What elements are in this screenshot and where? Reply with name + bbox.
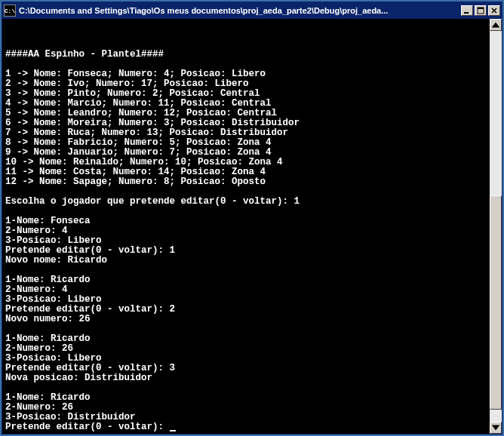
chevron-up-icon [490, 20, 501, 30]
blank-line [5, 39, 11, 50]
svg-rect-2 [478, 8, 484, 9]
blank-line [5, 265, 11, 275]
roster-line: 1 -> Nome: Fonseca; Numero: 4; Posicao: … [5, 69, 266, 79]
roster-line: 4 -> Nome: Marcio; Numero: 11; Posicao: … [5, 98, 272, 109]
edit-line: Novo numero: 26 [5, 314, 91, 324]
scroll-thumb[interactable] [490, 195, 502, 410]
titlebar[interactable]: C:\ C:\Documents and Settings\Tiago\Os m… [2, 2, 502, 19]
header-line: ####AA Espinho - Plantel#### [5, 49, 164, 60]
console-window: C:\ C:\Documents and Settings\Tiago\Os m… [2, 2, 502, 434]
edit-line: 1-Nome: Ricardo [5, 333, 91, 344]
roster-line: 10 -> Nome: Reinaldo; Numero: 10; Posica… [5, 157, 283, 167]
blank-line [5, 186, 11, 197]
roster-line: 12 -> Nome: Sapage; Numero: 8; Posicao: … [5, 177, 266, 187]
chevron-down-icon [490, 422, 501, 433]
roster-line: 8 -> Nome: Fabricio; Numero: 5; Posicao:… [5, 137, 272, 148]
scroll-track[interactable] [490, 31, 502, 422]
roster-line: 6 -> Nome: Moreira; Numero: 3; Posicao: … [5, 118, 300, 128]
roster-line: 3 -> Nome: Pinto; Numero: 2; Posicao: Ce… [5, 88, 260, 99]
console-text: ####AA Espinho - Plantel#### 1 -> Nome: … [5, 40, 485, 432]
window-title: C:\Documents and Settings\Tiago\Os meus … [19, 6, 461, 15]
edit-line: 1-Nome: Ricardo [5, 392, 91, 403]
edit-line: Novo nome: Ricardo [5, 255, 107, 266]
edit-line: 1-Nome: Ricardo [5, 275, 91, 285]
edit-line: Pretende editar(0 - voltar): 3 [5, 363, 175, 373]
edit-line: 3-Posicao: Libero [5, 294, 102, 305]
edit-line: 1-Nome: Fonseca [5, 216, 91, 226]
svg-rect-0 [464, 12, 469, 14]
cursor-icon [170, 430, 176, 431]
edit-line: Pretende editar(0 - voltar): 1 [5, 245, 175, 256]
blank-line [5, 324, 11, 334]
edit-line: Pretende editar(0 - voltar): 2 [5, 304, 175, 315]
vertical-scrollbar[interactable] [490, 19, 502, 434]
edit-line: Nova posicao: Distribuidor [5, 373, 152, 383]
console-output: ####AA Espinho - Plantel#### 1 -> Nome: … [2, 19, 502, 434]
minimize-button[interactable] [461, 5, 473, 16]
scroll-down-button[interactable] [490, 422, 502, 434]
close-button[interactable] [488, 5, 500, 16]
edit-line: 3-Posicao: Libero [5, 353, 102, 364]
window-controls [461, 5, 500, 16]
blank-line [5, 59, 11, 69]
edit-line: 3-Posicao: Distribuidor [5, 412, 136, 422]
blank-line [5, 206, 11, 216]
roster-line: 5 -> Nome: Leandro; Numero: 12; Posicao:… [5, 108, 277, 118]
edit-line: 2-Numero: 26 [5, 343, 73, 354]
roster-line: 11 -> Nome: Costa; Numero: 14; Posicao: … [5, 167, 266, 177]
edit-line: 2-Numero: 4 [5, 284, 68, 295]
roster-line: 9 -> Nome: Januario; Numero: 7; Posicao:… [5, 147, 272, 158]
maximize-button[interactable] [475, 5, 487, 16]
edit-line: 2-Numero: 4 [5, 226, 68, 236]
app-icon: C:\ [4, 5, 16, 17]
roster-line: 2 -> Nome: Ivo; Numero: 17; Posicao: Lib… [5, 78, 249, 89]
prompt-line: Pretende editar(0 - voltar): [5, 422, 170, 432]
blank-line [5, 382, 11, 393]
edit-line: 3-Posicao: Libero [5, 235, 102, 246]
prompt-select-line: Escolha o jogador que pretende editar(0 … [5, 196, 300, 207]
edit-line: 2-Numero: 26 [5, 402, 73, 413]
scroll-up-button[interactable] [490, 19, 502, 31]
roster-line: 7 -> Nome: Ruca; Numero: 13; Posicao: Di… [5, 127, 288, 138]
